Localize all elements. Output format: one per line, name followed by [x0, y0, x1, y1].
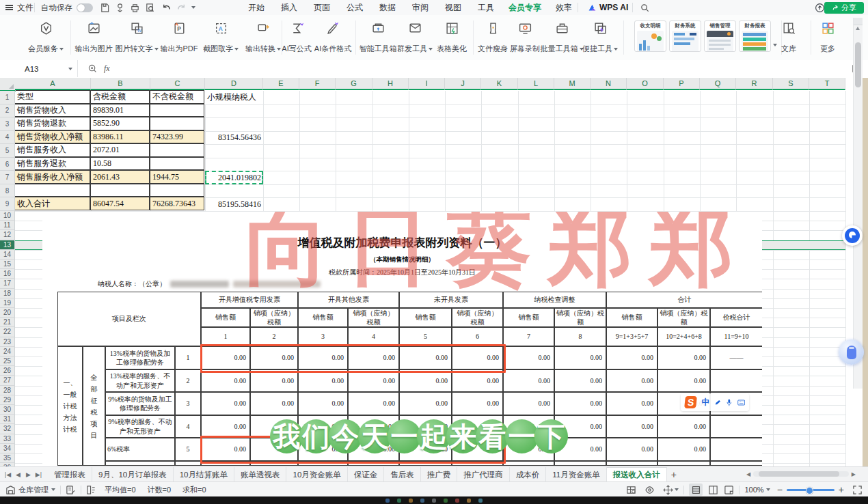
upload-button[interactable]: [815, 0, 825, 15]
next-sheet-button[interactable]: ▶: [23, 467, 33, 482]
column-header-K[interactable]: K: [481, 78, 518, 90]
sheet-tab-账单透视表[interactable]: 账单透视表: [234, 467, 287, 482]
cell-A8[interactable]: [14, 184, 90, 197]
column-header-T[interactable]: T: [809, 78, 845, 90]
page-layout-view-icon[interactable]: [724, 485, 734, 495]
normal-view-button[interactable]: [689, 484, 703, 496]
zoom-in-button[interactable]: +: [839, 484, 844, 495]
cell-B6[interactable]: 10.58: [90, 157, 150, 171]
file-menu[interactable]: 文件: [17, 0, 33, 15]
cell-B2[interactable]: 89839.01: [90, 104, 150, 117]
hscroll-thumb[interactable]: [759, 471, 839, 477]
row-header-35[interactable]: 35: [0, 453, 15, 463]
sheet-tab-11月资金账单[interactable]: 11月资金账单: [546, 467, 606, 482]
column-header-Q[interactable]: Q: [700, 78, 736, 90]
menu-tab-工具[interactable]: 工具: [472, 0, 500, 15]
column-header-H[interactable]: H: [372, 78, 409, 90]
row-header-25[interactable]: 25: [0, 356, 15, 366]
cell-D4[interactable]: 83154.56436: [205, 131, 263, 145]
name-box[interactable]: A13: [0, 60, 78, 77]
sheet-tab-推广费[interactable]: 推广费: [421, 467, 458, 482]
row-header-17[interactable]: 17: [0, 279, 15, 288]
sheet-tab-管理报表[interactable]: 管理报表: [48, 467, 92, 482]
row-header-24[interactable]: 24: [0, 347, 15, 356]
row-header-16[interactable]: 16: [0, 269, 15, 279]
template-card-finance-system[interactable]: 财务系统: [669, 20, 701, 52]
page-break-view-icon[interactable]: [708, 485, 718, 495]
cell-B7[interactable]: 2061.43: [90, 170, 150, 184]
cell-B9[interactable]: 86047.54: [90, 197, 150, 210]
sheet-tab-保证金[interactable]: 保证金: [348, 467, 385, 482]
ribbon-item-便捷工具[interactable]: 便捷工具: [574, 19, 626, 56]
zoom-slider-thumb[interactable]: [806, 487, 813, 494]
cell-C7[interactable]: 1944.75: [150, 170, 204, 184]
sheet-tab-推广代理商[interactable]: 推广代理商: [457, 467, 510, 482]
template-card-sales-mgmt[interactable]: 销售管理: [704, 20, 736, 52]
split-handle[interactable]: [854, 18, 863, 25]
column-header-N[interactable]: N: [591, 78, 627, 90]
zoom-out-button[interactable]: −: [777, 484, 783, 495]
row-header-3[interactable]: 3: [0, 117, 15, 131]
print-button[interactable]: [130, 0, 140, 15]
column-header-R[interactable]: R: [736, 78, 773, 90]
sheet-tab-10月结算账单[interactable]: 10月结算账单: [174, 467, 234, 482]
redo-button[interactable]: [176, 0, 187, 15]
cell-D9[interactable]: 85195.58416: [205, 197, 263, 211]
template-card-income-detail[interactable]: 收支明细: [634, 20, 666, 52]
column-header-D[interactable]: D: [205, 78, 263, 90]
library-button[interactable]: 文库: [769, 19, 809, 56]
print-preview-button[interactable]: [145, 0, 155, 15]
fx-button[interactable]: fx: [104, 64, 110, 74]
menu-tab-会员专享[interactable]: 会员专享: [505, 0, 545, 16]
cell-A9[interactable]: 收入合计: [14, 197, 90, 210]
row-header-13[interactable]: 13: [0, 240, 15, 250]
last-sheet-button[interactable]: ▶|: [33, 467, 44, 482]
column-header-G[interactable]: G: [336, 78, 372, 90]
row-header-27[interactable]: 27: [0, 376, 15, 385]
more-commands-button[interactable]: [191, 0, 195, 15]
ribbon-item-会员服务[interactable]: 会员服务: [20, 19, 72, 56]
column-header-E[interactable]: E: [263, 78, 299, 90]
scroll-left-arrow[interactable]: ◀: [746, 471, 750, 477]
row-header-26[interactable]: 26: [0, 366, 15, 376]
cell-A2[interactable]: 销售货物收入: [14, 104, 90, 117]
row-header-11[interactable]: 11: [0, 221, 15, 230]
column-header-C[interactable]: C: [150, 78, 205, 90]
row-header-30[interactable]: 30: [0, 405, 15, 415]
row-header-10[interactable]: 10: [0, 211, 15, 221]
sheet-tab-报送收入合计[interactable]: 报送收入合计: [607, 467, 667, 482]
cell-D5[interactable]: [205, 144, 263, 158]
eye-protect-icon[interactable]: [645, 485, 655, 495]
row-header-33[interactable]: 33: [0, 434, 15, 444]
column-header-B[interactable]: B: [91, 78, 150, 90]
row-header-22[interactable]: 22: [0, 327, 15, 337]
cell-C1[interactable]: 不含税金额: [150, 90, 204, 104]
sheet-tab-9月、10月订单报表[interactable]: 9月、10月订单报表: [92, 467, 174, 482]
scrollbar-thumb[interactable]: [855, 42, 861, 87]
column-header-J[interactable]: J: [445, 78, 481, 90]
menu-tab-效率[interactable]: 效率: [550, 0, 578, 15]
row-header-14[interactable]: 14: [0, 250, 15, 260]
cell-B3[interactable]: 5852.90: [90, 117, 150, 130]
save-button[interactable]: [100, 0, 110, 15]
menu-tab-开始[interactable]: 开始: [243, 0, 270, 15]
row-header-12[interactable]: 12: [0, 230, 15, 240]
column-header-L[interactable]: L: [518, 78, 554, 90]
cell-A5[interactable]: 销售服务收入: [14, 143, 90, 157]
cell-A7[interactable]: 销售服务收入净额: [14, 170, 90, 184]
row-header-8[interactable]: 8: [0, 184, 15, 198]
column-header-A[interactable]: A: [15, 78, 91, 90]
search-button[interactable]: [640, 0, 650, 15]
row-header-23[interactable]: 23: [0, 337, 15, 347]
column-header-S[interactable]: S: [773, 78, 809, 90]
floating-assistant-button[interactable]: [842, 225, 863, 246]
column-header-O[interactable]: O: [627, 78, 664, 90]
column-header-P[interactable]: P: [664, 78, 700, 90]
cell-C5[interactable]: [150, 143, 204, 157]
ime-toolbar[interactable]: S 中: [681, 393, 749, 411]
cell-B1[interactable]: 含税金额: [90, 90, 150, 104]
menu-tab-公式[interactable]: 公式: [341, 0, 368, 15]
menu-tab-视图[interactable]: 视图: [439, 0, 467, 15]
row-header-21[interactable]: 21: [0, 318, 15, 327]
zoom-slider[interactable]: [787, 489, 835, 491]
